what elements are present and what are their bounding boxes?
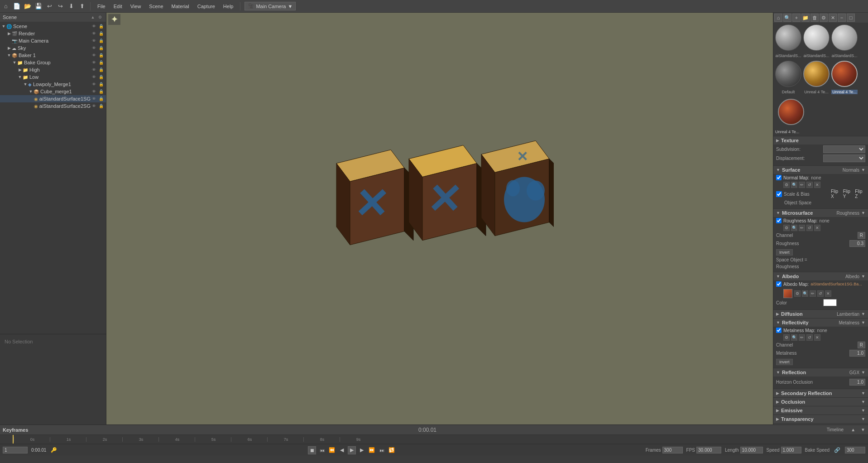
a-close-icon[interactable]: ✕: [825, 290, 831, 297]
diffusion-dropdown-icon[interactable]: ▼: [861, 312, 865, 316]
tl-record-icon[interactable]: ⏹: [308, 446, 316, 454]
rp-max-icon[interactable]: □: [847, 14, 855, 22]
menu-edit[interactable]: Edit: [111, 3, 125, 10]
albedo-map-checkbox[interactable]: [776, 281, 782, 287]
micro-dropdown-icon[interactable]: ▼: [861, 211, 865, 215]
icon-export[interactable]: ⬆: [78, 2, 86, 10]
tl-loop-icon[interactable]: 🔁: [388, 446, 396, 454]
selected-mat-ball[interactable]: [778, 99, 804, 125]
mat-ball-unreal2[interactable]: [831, 61, 858, 87]
m-search-icon[interactable]: 🔍: [791, 334, 797, 341]
mat-ball-unreal1[interactable]: [803, 61, 830, 87]
mat-name-3[interactable]: aiStandardS...: [831, 53, 858, 58]
m-refresh-icon[interactable]: ↺: [806, 334, 813, 341]
tl-step-fwd-icon[interactable]: ▶: [358, 446, 366, 454]
sky-vis[interactable]: 👁: [91, 45, 97, 51]
rp-folder-icon[interactable]: 📁: [801, 14, 810, 22]
tree-item-cube-merge[interactable]: ▼ 📦 Cube_merge1 👁🔒: [0, 88, 106, 95]
reflectivity-dropdown-icon[interactable]: ▼: [861, 320, 865, 325]
tl-link-icon[interactable]: 🔗: [833, 446, 841, 454]
invert-button-metal[interactable]: Invert: [776, 359, 793, 365]
mat-ball-white[interactable]: [831, 24, 858, 51]
tree-item-camera[interactable]: 📷 Main Camera 👁🔒: [0, 37, 106, 44]
tl-fwd-icon[interactable]: ⏩: [368, 446, 376, 454]
speed-input[interactable]: [781, 447, 801, 453]
subdivision-dropdown[interactable]: [823, 145, 865, 153]
rp-close-icon[interactable]: ✕: [829, 14, 837, 22]
section-albedo-header[interactable]: ▼ Albedo Albedo ▼: [773, 272, 868, 280]
tree-item-ai2[interactable]: ◉ aiStandardSurface2SG 👁🔒: [0, 102, 106, 110]
mat-ball-gray[interactable]: [775, 24, 801, 51]
bg-vis[interactable]: 👁: [91, 59, 97, 66]
menu-view[interactable]: View: [128, 3, 144, 10]
scene-panel-settings[interactable]: ⚙: [97, 14, 103, 20]
scale-bias-checkbox[interactable]: [776, 191, 782, 197]
a-edit-icon[interactable]: ✏: [810, 290, 816, 297]
baker-vis[interactable]: 👁: [91, 52, 97, 58]
tree-item-render[interactable]: ▶ 🎬 Render 👁🔒: [0, 30, 106, 37]
r-close-icon[interactable]: ✕: [814, 225, 820, 231]
rp-search-icon[interactable]: 🔍: [783, 14, 791, 22]
cm-vis[interactable]: 👁: [91, 88, 97, 95]
tl-play-icon[interactable]: ▶: [348, 446, 356, 454]
bg-lock[interactable]: 🔒: [98, 59, 104, 66]
roughness-input[interactable]: 0.3: [849, 240, 865, 247]
tl-key-icon[interactable]: 🔑: [50, 446, 58, 454]
icon-save[interactable]: 💾: [34, 2, 43, 10]
surface-dropdown-icon[interactable]: ▼: [861, 168, 865, 172]
m-close-icon[interactable]: ✕: [814, 334, 820, 341]
mat-name-unreal2[interactable]: Unreal 4 Te...: [831, 90, 858, 94]
a-refresh-icon[interactable]: ↺: [817, 290, 824, 297]
r-refresh-icon[interactable]: ↺: [806, 225, 813, 231]
a-search-icon[interactable]: 🔍: [802, 290, 808, 297]
high-lock[interactable]: 🔒: [98, 67, 104, 73]
tl-step-back-icon[interactable]: ◀: [338, 446, 346, 454]
displacement-dropdown[interactable]: [823, 154, 865, 162]
normal-map-checkbox[interactable]: [776, 175, 782, 180]
menu-scene[interactable]: Scene: [146, 3, 166, 10]
ai1-lock[interactable]: 🔒: [98, 96, 104, 102]
tl-next-icon[interactable]: ⏭: [378, 446, 386, 454]
rp-home-icon[interactable]: ⌂: [774, 14, 782, 22]
reflection-dropdown-icon[interactable]: ▼: [861, 370, 865, 375]
mat-name-unreal1[interactable]: Unreal 4 Te...: [803, 90, 830, 94]
time-input[interactable]: [3, 447, 28, 453]
invert-button-micro[interactable]: Invert: [776, 249, 793, 256]
r-edit-icon[interactable]: ✏: [799, 225, 805, 231]
color-swatch[interactable]: [823, 299, 837, 306]
menu-file[interactable]: File: [95, 3, 108, 10]
lp-vis[interactable]: 👁: [91, 81, 97, 87]
rp-min-icon[interactable]: −: [838, 14, 846, 22]
mat-name-2[interactable]: aiStandardS...: [803, 53, 830, 58]
r-settings-icon[interactable]: ⚙: [783, 225, 790, 231]
roughness-map-checkbox[interactable]: [776, 218, 782, 223]
baker-lock[interactable]: 🔒: [98, 52, 104, 58]
camera-lock[interactable]: 🔒: [98, 38, 104, 44]
tree-item-sky[interactable]: ▶ ☁ Sky 👁🔒: [0, 44, 106, 52]
metalness-map-checkbox[interactable]: [776, 328, 782, 333]
mat-name-1[interactable]: aiStandardS...: [775, 53, 801, 58]
m-settings-icon[interactable]: ⚙: [783, 334, 790, 341]
secondary-dropdown-icon[interactable]: ▼: [861, 391, 865, 395]
high-vis[interactable]: 👁: [91, 67, 97, 73]
sky-lock[interactable]: 🔒: [98, 45, 104, 51]
transparency-dropdown-icon[interactable]: ▼: [861, 417, 865, 421]
tl-back-icon[interactable]: ⏪: [328, 446, 336, 454]
rp-new-icon[interactable]: +: [792, 14, 801, 22]
section-reflection-header[interactable]: ▼ Reflection GGX ▼: [773, 368, 868, 376]
render-vis[interactable]: 👁: [91, 30, 97, 37]
menu-material[interactable]: Material: [169, 3, 192, 10]
scene-panel-expand[interactable]: ▲: [90, 14, 96, 20]
section-occlusion-header[interactable]: ▶ Occlusion ▼: [773, 397, 868, 406]
fps-input[interactable]: [696, 447, 721, 453]
icon-open[interactable]: 📂: [24, 2, 32, 10]
scene-vis[interactable]: 👁: [91, 23, 97, 29]
render-lock[interactable]: 🔒: [98, 30, 104, 37]
menu-help[interactable]: Help: [221, 3, 236, 10]
scene-lock[interactable]: 🔒: [98, 23, 104, 29]
tl-prev-icon[interactable]: ⏮: [318, 446, 326, 454]
albedo-dropdown-icon[interactable]: ▼: [861, 274, 865, 279]
tl-settings-icon[interactable]: ▼: [861, 427, 865, 432]
roughness-channel-r[interactable]: R: [858, 232, 865, 239]
section-transparency-header[interactable]: ▶ Transparency ▼: [773, 415, 868, 423]
